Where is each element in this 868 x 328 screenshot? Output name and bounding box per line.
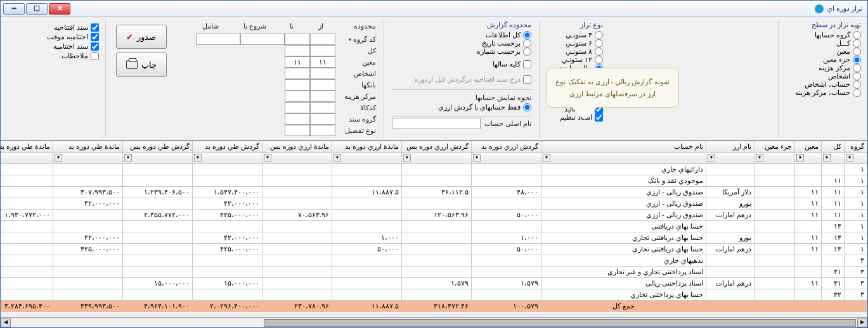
col-filter[interactable]: ▾ xyxy=(845,153,867,164)
issue-button[interactable]: صدور ✓ xyxy=(116,25,167,49)
type-option[interactable]: ۴ ستونـي xyxy=(547,31,603,39)
filter-drop-icon[interactable]: ▾ xyxy=(796,154,804,161)
col-filter[interactable]: ▾ xyxy=(402,153,472,164)
col-filter[interactable]: ▾ xyxy=(262,153,332,164)
criteria-to[interactable] xyxy=(285,45,310,56)
col-filter[interactable]: ▾ xyxy=(472,153,541,164)
col-header[interactable]: گردش طي دوره بد xyxy=(193,141,262,153)
opening-doc-check[interactable]: درج سند افتتاحیه درگردش قبل ازدوره xyxy=(392,75,531,84)
table-row[interactable]: ۳۳۱اسناد پرداختنی تجاري و غیر تجاري xyxy=(1,267,867,278)
col-header[interactable]: نام حساب xyxy=(541,141,706,153)
left-check[interactable]: ملاحظات xyxy=(47,52,99,60)
table-row[interactable]: ۱۱۳۱۱درهم اماراتحسا بهاي دریافتنی تجاري۵… xyxy=(1,244,867,255)
all-years-check[interactable]: کلیه سالها xyxy=(493,60,531,68)
col-header[interactable]: ماندة طي دوره بد xyxy=(53,141,123,153)
criteria-to[interactable] xyxy=(285,102,310,113)
table-row[interactable]: ۱۱۱۱۱دلار آمریکاصندوق ریالی - ارزي۴۸،۰۰۰… xyxy=(1,187,867,198)
col-header[interactable]: ماندة ارزي دوره بس xyxy=(262,141,332,153)
criteria-from[interactable] xyxy=(310,79,335,91)
h-scrollbar[interactable]: ▶ ◀ xyxy=(1,317,867,327)
criteria-from[interactable] xyxy=(310,91,335,102)
criteria-to[interactable] xyxy=(285,79,310,91)
criteria-to[interactable] xyxy=(285,68,310,79)
maximize-button[interactable]: ☐ xyxy=(26,3,48,15)
col-filter[interactable]: ▾ xyxy=(123,153,193,164)
col-filter[interactable]: ▾ xyxy=(1,153,53,164)
criteria-incl[interactable] xyxy=(196,34,240,45)
criteria-from[interactable] xyxy=(310,45,335,56)
display-mode-option[interactable]: فقط حسابهاي با گردش ارزي xyxy=(392,103,531,111)
scroll-right-btn[interactable]: ▶ xyxy=(857,319,867,327)
col-header[interactable]: ماندة ارزي دوره بد xyxy=(332,141,402,153)
col-header[interactable]: گروه xyxy=(845,141,867,153)
left-check[interactable]: اختتامیه موقت xyxy=(47,33,99,41)
close-button[interactable]: ✕ xyxy=(49,3,70,15)
minimize-button[interactable]: ━ xyxy=(3,3,25,15)
table-row[interactable]: ۱۱۳۱۱یوروحسا بهاي دریافتنی تجاري۱،۰۰۰۱،۰… xyxy=(1,232,867,244)
level-option[interactable]: کـــل xyxy=(786,39,861,47)
col-filter[interactable]: ▾ xyxy=(755,153,795,164)
filter-drop-icon[interactable]: ▾ xyxy=(756,154,763,161)
level-option[interactable]: مرکز هزینه xyxy=(786,64,861,72)
col-header[interactable]: گردش ارزي دوره بس xyxy=(402,141,472,153)
level-option[interactable]: گروه حسابها xyxy=(786,31,861,39)
col-header[interactable]: گردش ارزي دوره بد xyxy=(472,141,541,153)
level-option[interactable]: جزء معین xyxy=(786,56,861,64)
range-option[interactable]: کل اطلاعات xyxy=(392,31,531,39)
col-header[interactable]: نام ارز xyxy=(706,141,755,153)
level-option[interactable]: اشخاص xyxy=(786,72,861,80)
col-filter[interactable]: ▾ xyxy=(706,153,755,164)
criteria-from[interactable] xyxy=(310,56,335,68)
filter-drop-icon[interactable]: ▾ xyxy=(55,154,62,161)
range-option[interactable]: برحسب تاریخ xyxy=(392,39,531,47)
left-check[interactable]: سند افتتاحیه xyxy=(47,23,99,32)
criteria-from[interactable] xyxy=(310,113,335,125)
result-table-wrap[interactable]: گروهکلمعینجزء معیننام ارزنام حسابگردش ار… xyxy=(1,140,867,317)
criteria-to[interactable] xyxy=(285,125,310,136)
scroll-left-btn[interactable]: ◀ xyxy=(1,319,11,327)
col-header[interactable]: کل xyxy=(822,141,845,153)
criteria-from[interactable] xyxy=(310,34,335,45)
print-button[interactable]: چاپ xyxy=(116,53,167,77)
filter-drop-icon[interactable]: ▾ xyxy=(124,154,132,161)
col-header[interactable]: ماندة طي دوره بس xyxy=(1,141,53,153)
level-option[interactable]: حساب، اشخاص xyxy=(786,80,861,89)
criteria-to[interactable] xyxy=(285,113,310,125)
col-filter[interactable]: ▾ xyxy=(193,153,262,164)
filter-drop-icon[interactable]: ▾ xyxy=(823,154,831,161)
criteria-to[interactable] xyxy=(285,91,310,102)
criteria-to[interactable] xyxy=(285,56,310,68)
table-row[interactable]: ۱۱۳حسا بهاي دریافتنی xyxy=(1,221,867,232)
type-option[interactable]: ۱۲ ستونـي xyxy=(547,56,603,64)
col-header[interactable]: گردش طي دوره بس xyxy=(123,141,193,153)
criteria-start[interactable] xyxy=(240,34,285,45)
filter-drop-icon[interactable]: ▾ xyxy=(403,154,411,161)
table-row[interactable]: ۱۱۱موجودي نقد و بانک xyxy=(1,175,867,187)
criteria-from[interactable] xyxy=(310,125,335,136)
table-row[interactable]: ۱۱۱۱۱یوروصندوق ریالی - ارزي۴۲،۰۰۰،۰۰۰۴۲،… xyxy=(1,198,867,210)
criteria-from[interactable] xyxy=(310,102,335,113)
level-option[interactable]: حساب، مرکز هزینه xyxy=(786,89,861,97)
col-header[interactable]: جزء معین xyxy=(755,141,795,153)
col-header[interactable]: معین xyxy=(795,141,822,153)
left-check[interactable]: سند اختتامیه xyxy=(47,42,99,51)
acct-name-input[interactable] xyxy=(392,118,481,129)
criteria-from[interactable] xyxy=(310,68,335,79)
type-option[interactable]: ۸ ستونـي xyxy=(547,47,603,56)
filter-drop-icon[interactable]: ▾ xyxy=(846,154,853,161)
filter-drop-icon[interactable]: ▾ xyxy=(194,154,202,161)
col-filter[interactable]: ▾ xyxy=(795,153,822,164)
type-option[interactable]: ۶ ستونـي xyxy=(547,39,603,47)
scroll-thumb[interactable] xyxy=(264,319,857,327)
col-filter[interactable]: ▾ xyxy=(332,153,402,164)
col-filter[interactable]: ▾ xyxy=(822,153,845,164)
table-row[interactable]: ۳بدهیهاي جاري xyxy=(1,255,867,267)
col-filter[interactable]: ▾ xyxy=(541,153,706,164)
filter-drop-icon[interactable]: ▾ xyxy=(708,154,715,161)
criteria-to[interactable] xyxy=(285,34,310,45)
level-option[interactable]: معین xyxy=(786,47,861,56)
table-row[interactable]: ۱دارائیهاي جاري xyxy=(1,164,867,175)
filter-drop-icon[interactable]: ▾ xyxy=(264,154,271,161)
filter-drop-icon[interactable]: ▾ xyxy=(473,154,481,161)
table-row[interactable]: ۱۱۱۱۱درهم اماراتصندوق ریالی - ارزي۵۰،۰۰۰… xyxy=(1,210,867,221)
